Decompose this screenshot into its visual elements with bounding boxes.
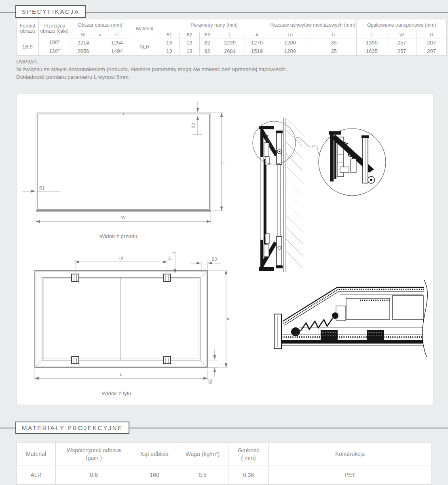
header-thickness: Grubość ( mm) xyxy=(228,443,269,466)
subheader-b3: B3 xyxy=(200,32,215,38)
cell-gain: 0.6 xyxy=(56,466,132,485)
side-view-drawing xyxy=(253,118,386,272)
cell-w: 2656 xyxy=(70,47,96,56)
cell-angle: 160 xyxy=(132,466,177,485)
subheader-x: x xyxy=(96,32,104,38)
cell-ld: 1200 xyxy=(269,47,311,56)
cell-h: 1254 xyxy=(104,38,130,47)
cell-x xyxy=(96,38,104,47)
header-gain: Współczynnik odbicia (gain ) xyxy=(56,443,132,466)
detail-zoom-circle xyxy=(319,129,386,196)
materials-table: Materiał Współczynnik odbicia (gain ) Ką… xyxy=(16,442,431,485)
header-material: Materiał xyxy=(130,19,159,38)
dim-label-w: W xyxy=(121,215,126,220)
dim-label-l: L xyxy=(120,372,122,377)
header-image-area: Obszar obrazu (mm) xyxy=(70,19,130,32)
section-title-materials: MATERIAŁY PROJEKCYJNE xyxy=(15,422,129,434)
subheader-b1: B1 xyxy=(159,32,180,38)
header-weight: Waga (kg/m²) xyxy=(177,443,228,466)
header-construction: Konstrukcja xyxy=(269,443,431,466)
cell-a: 1519 xyxy=(245,47,269,56)
cell-weight: 0.5 xyxy=(177,466,228,485)
cell-material: ALR xyxy=(17,466,56,485)
mounting-bracket xyxy=(163,274,171,281)
cell-format-value: 16:9 xyxy=(17,38,39,55)
front-view-drawing: H W B2 B1 Widok z przodu xyxy=(22,101,226,239)
cell-b2: 13 xyxy=(180,47,200,56)
subheader-pack-l: L xyxy=(357,32,387,38)
dim-label-b3-top: B3 xyxy=(211,257,217,261)
cell-pack-w: 257 xyxy=(387,47,416,56)
cell-l: 2239 xyxy=(215,38,245,47)
cell-b3: 82 xyxy=(200,38,215,47)
note-line1: W związku ze stałym doskonaleniem produk… xyxy=(16,65,287,73)
subheader-ld: Ld xyxy=(269,32,311,38)
pivot-dot xyxy=(291,327,300,336)
note-title: UWAGA: xyxy=(16,58,287,65)
table-row: 16:9 100'' 2214 1254 ALR 13 13 82 2239 1… xyxy=(17,38,447,47)
front-view-caption: Widok z przodu xyxy=(99,233,137,239)
detail-leader-line xyxy=(295,137,320,156)
table-row: 120'' 2656 1494 13 13 82 2681 1519 1200 … xyxy=(17,47,447,56)
cell-w: 2214 xyxy=(70,38,96,47)
cell-x xyxy=(96,47,104,56)
hatched-block xyxy=(367,330,384,340)
cell-pack-l: 1635 xyxy=(357,47,387,56)
back-view-drawing: Ld Lr B3 A B3 xyxy=(35,253,230,396)
subheader-lr: Lr xyxy=(311,32,357,38)
dim-label-b3-bottom: B3 xyxy=(208,378,213,384)
mounting-bracket xyxy=(72,274,79,281)
header-frame-params: Parametry ramy (mm) xyxy=(159,19,269,32)
subheader-b2: B2 xyxy=(180,32,200,38)
note-block: UWAGA: W związku ze stałym doskonaleniem… xyxy=(16,58,287,81)
header-mount-spacing: Rozstaw uchwytów montażowych (mm) xyxy=(269,19,357,32)
header-material: Materiał xyxy=(17,443,56,466)
table-row: ALR 0.6 160 0.5 0.38 PET xyxy=(17,466,431,485)
cell-lr: 35 xyxy=(311,38,357,47)
header-angle: Kąt odbicia xyxy=(132,443,177,466)
cell-pack-l: 1390 xyxy=(357,38,387,47)
subheader-a: A xyxy=(245,32,269,38)
technical-drawings: H W B2 B1 Widok z przodu xyxy=(17,94,433,405)
subheader-w: W xyxy=(70,32,96,38)
detail-indicator-circle xyxy=(253,121,296,164)
mounting-bracket xyxy=(72,356,79,364)
dim-label-b2: B2 xyxy=(191,123,196,128)
dim-label-b1: B1 xyxy=(39,186,44,190)
cell-pack-h: 207 xyxy=(416,38,447,47)
subheader-pack-w: W xyxy=(387,32,416,38)
dim-label-lr: Lr xyxy=(167,256,172,260)
cell-l: 2681 xyxy=(215,47,245,56)
wall-hatching xyxy=(283,118,303,272)
header-packaging: Opakowanie transportowe (mm) xyxy=(357,19,447,32)
subheader-l: L xyxy=(215,32,245,38)
cell-b1: 13 xyxy=(159,38,180,47)
spec-sheet-page: SPECYFIKACJA Format obrazu Przekątna obr… xyxy=(0,0,448,485)
header-diagonal: Przekątna obrazu (cale) xyxy=(39,19,70,38)
cell-a: 1270 xyxy=(245,38,269,47)
cell-thickness: 0.38 xyxy=(228,466,269,485)
cell-material-value: ALR xyxy=(130,38,159,55)
cell-diagonal: 100'' xyxy=(39,38,70,47)
header-format: Format obrazu xyxy=(17,19,39,38)
back-view-caption: Widok z tyłu xyxy=(102,390,131,396)
section-title-label: MATERIAŁY PROJEKCYJNE xyxy=(22,424,123,431)
cell-h: 1494 xyxy=(104,47,130,56)
cross-section-drawing xyxy=(274,280,427,357)
cell-b2: 13 xyxy=(180,38,200,47)
spring xyxy=(300,318,333,331)
bottom-bracket xyxy=(259,234,283,271)
cell-b3: 82 xyxy=(200,47,215,56)
cell-ld: 1200 xyxy=(269,38,311,47)
mounting-bracket xyxy=(163,356,171,364)
dim-label-h: H xyxy=(221,161,226,164)
section-title-specyfikacja: SPECYFIKACJA xyxy=(15,5,86,18)
dim-label-ld: Ld xyxy=(118,255,123,260)
subheader-h: H xyxy=(104,32,130,38)
cell-pack-h: 207 xyxy=(416,47,447,56)
cell-pack-w: 257 xyxy=(387,38,416,47)
hatched-block xyxy=(321,330,338,340)
note-line2: Dokładność pomiaru parametru L wynosi 5m… xyxy=(16,73,287,81)
drawings-panel: H W B2 B1 Widok z przodu xyxy=(16,94,433,405)
top-bracket xyxy=(259,126,283,165)
